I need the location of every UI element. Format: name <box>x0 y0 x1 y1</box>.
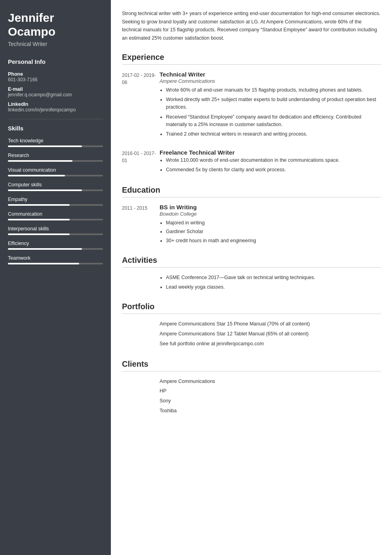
portfolio-items: Ampere Communications Star 15 Phone Manu… <box>160 320 381 350</box>
candidate-title: Technical Writer <box>8 41 103 47</box>
client-item: Sony <box>160 397 381 405</box>
activities-content: ASME Conference 2017—Gave talk on techni… <box>122 274 381 293</box>
skill-item: Computer skills <box>8 182 103 191</box>
contact-block: Phone 601-303-7166 <box>8 71 103 82</box>
education-list: 2011 - 2015 BS in Writing Bowdoin Colleg… <box>122 204 381 246</box>
contact-label: E-mail <box>8 86 103 92</box>
contact-value: 601-303-7166 <box>8 77 103 82</box>
clients-section: Clients Ampere CommunicationsHPSonyToshi… <box>122 360 381 417</box>
client-item: Ampere Communications <box>160 378 381 385</box>
skill-bar-background <box>8 160 103 162</box>
client-item: Toshiba <box>160 407 381 415</box>
skill-name: Visual communication <box>8 167 103 173</box>
skill-name: Research <box>8 153 103 158</box>
skill-bar-fill <box>8 160 72 162</box>
contact-label: LinkedIn <box>8 101 103 107</box>
experience-item: 2016-01 - 2017-01 Freelance Technical Wr… <box>122 149 381 176</box>
edu-degree: BS in Writing <box>160 204 256 211</box>
exp-job-title: Technical Writer <box>160 71 381 78</box>
skill-bar-background <box>8 263 103 264</box>
experience-bullet: Wrote 60% of all end-user manuals for 15… <box>166 86 381 94</box>
edu-dates: 2011 - 2015 <box>122 204 160 246</box>
skill-name: Teamwork <box>8 255 103 261</box>
education-bullet: Majored in writing <box>166 219 256 227</box>
exp-company: Ampere Communications <box>160 78 381 84</box>
skill-bar-background <box>8 145 103 147</box>
skill-name: Efficiency <box>8 241 103 246</box>
portfolio-item: See full portfolio online at jenniferqoc… <box>160 340 381 348</box>
skill-name: Interpersonal skills <box>8 226 103 232</box>
exp-content: Technical Writer Ampere Communications W… <box>160 71 381 140</box>
skill-bar-fill <box>8 204 70 206</box>
portfolio-section: Portfolio Ampere Communications Star 15 … <box>122 302 381 350</box>
edu-school: Bowdoin College <box>160 211 256 217</box>
edu-content: BS in Writing Bowdoin College Majored in… <box>160 204 256 246</box>
skill-bar-background <box>8 175 103 176</box>
skill-bar-fill <box>8 189 82 191</box>
skill-item: Empathy <box>8 197 103 206</box>
exp-dates: 2016-01 - 2017-01 <box>122 149 160 176</box>
skills-heading: Skills <box>8 125 103 133</box>
portfolio-item: Ampere Communications Star 15 Phone Manu… <box>160 320 381 328</box>
skill-bar-fill <box>8 263 79 264</box>
activities-heading: Activities <box>122 256 381 265</box>
candidate-name: Jennifer Ocampo <box>8 11 103 38</box>
skill-name: Communication <box>8 211 103 217</box>
skill-bar-background <box>8 219 103 220</box>
contacts-section: Phone 601-303-7166E-mail jennifer.q.ocam… <box>8 71 103 113</box>
experience-bullet: Worked directly with 25+ subject matter … <box>166 96 381 111</box>
experience-bullet: Trained 2 other technical writers in res… <box>166 130 381 138</box>
portfolio-item: Ampere Communications Star 12 Tablet Man… <box>160 330 381 338</box>
main-content: Strong technical writer with 3+ years of… <box>111 0 392 555</box>
summary-text: Strong technical writer with 3+ years of… <box>122 10 381 42</box>
skill-item: Efficiency <box>8 241 103 250</box>
portfolio-content: Ampere Communications Star 15 Phone Manu… <box>122 320 381 350</box>
clients-content: Ampere CommunicationsHPSonyToshiba <box>122 378 381 417</box>
activities-list: ASME Conference 2017—Gave talk on techni… <box>160 274 381 293</box>
skill-item: Communication <box>8 211 103 220</box>
skill-bar-fill <box>8 175 65 176</box>
edu-bullets: Majored in writingGardiner Scholar30+ cr… <box>160 219 256 245</box>
skill-bar-background <box>8 233 103 235</box>
skill-bar-fill <box>8 145 82 147</box>
clients-list: Ampere CommunicationsHPSonyToshiba <box>160 378 381 417</box>
activity-item: Lead weekly yoga classes. <box>166 283 381 291</box>
skills-section: Tech knowledge Research Visual communica… <box>8 138 103 264</box>
sidebar: Jennifer Ocampo Technical Writer Persona… <box>0 0 111 555</box>
contact-block: E-mail jennifer.q.ocampo@gmail.com <box>8 86 103 98</box>
experience-bullet: Commended 5x by clients for clarity and … <box>166 166 381 174</box>
exp-bullets: Wrote 60% of all end-user manuals for 15… <box>160 86 381 138</box>
contact-block: LinkedIn linkedin.com/in/jenniferqocampo <box>8 101 103 113</box>
activities-section: Activities ASME Conference 2017—Gave tal… <box>122 256 381 293</box>
education-bullet: Gardiner Scholar <box>166 228 256 235</box>
skill-item: Research <box>8 153 103 162</box>
education-section: Education 2011 - 2015 BS in Writing Bowd… <box>122 186 381 246</box>
skill-bar-background <box>8 248 103 250</box>
skill-item: Interpersonal skills <box>8 226 103 235</box>
skill-bar-fill <box>8 233 70 235</box>
skill-name: Empathy <box>8 197 103 202</box>
skill-bar-background <box>8 189 103 191</box>
experience-bullet: Received “Standout Employee” company awa… <box>166 113 381 129</box>
exp-job-title: Freelance Technical Writer <box>160 149 381 156</box>
experience-list: 2017-02 - 2019-06 Technical Writer Amper… <box>122 71 381 176</box>
skill-item: Teamwork <box>8 255 103 264</box>
skill-name: Tech knowledge <box>8 138 103 144</box>
contact-value: jennifer.q.ocampo@gmail.com <box>8 92 103 98</box>
clients-heading: Clients <box>122 360 381 369</box>
client-item: HP <box>160 387 381 395</box>
personal-info-heading: Personal Info <box>8 58 103 67</box>
skill-item: Tech knowledge <box>8 138 103 147</box>
experience-section: Experience 2017-02 - 2019-06 Technical W… <box>122 53 381 176</box>
experience-item: 2017-02 - 2019-06 Technical Writer Amper… <box>122 71 381 140</box>
contact-label: Phone <box>8 71 103 77</box>
exp-dates: 2017-02 - 2019-06 <box>122 71 160 140</box>
exp-bullets: Wrote 110,000 words of end-user document… <box>160 157 381 174</box>
education-item: 2011 - 2015 BS in Writing Bowdoin Colleg… <box>122 204 381 246</box>
skill-item: Visual communication <box>8 167 103 176</box>
portfolio-heading: Portfolio <box>122 302 381 311</box>
exp-content: Freelance Technical Writer Wrote 110,000… <box>160 149 381 176</box>
skill-bar-fill <box>8 248 82 250</box>
education-heading: Education <box>122 186 381 195</box>
experience-bullet: Wrote 110,000 words of end-user document… <box>166 157 381 164</box>
